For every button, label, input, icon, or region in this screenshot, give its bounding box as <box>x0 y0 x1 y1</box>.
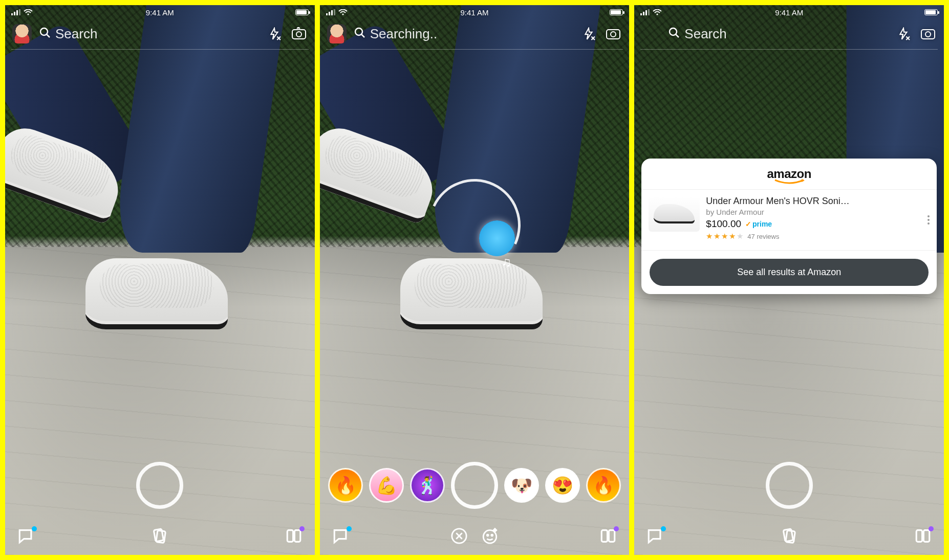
lens-explorer-button[interactable] <box>481 527 499 547</box>
lens-emoji: 😍 <box>552 475 573 496</box>
search-icon <box>668 27 680 41</box>
svg-marker-41 <box>900 28 907 39</box>
status-bar: 9:41 AM <box>320 5 630 19</box>
scan-arc-icon <box>416 166 534 284</box>
search-icon <box>39 27 51 41</box>
reviews-count: 47 reviews <box>747 233 779 240</box>
search-label: Search <box>55 26 97 42</box>
lens-item[interactable]: 🔥 <box>586 468 621 503</box>
search-button[interactable]: Searching.. <box>354 26 573 42</box>
camera-flip-button[interactable] <box>290 25 308 42</box>
flash-toggle[interactable] <box>266 25 283 42</box>
lens-emoji: 🕺 <box>417 475 438 496</box>
stories-tab[interactable] <box>599 527 617 547</box>
status-bar: 9:41 AM <box>5 5 315 19</box>
svg-point-31 <box>491 534 493 536</box>
lens-item[interactable]: 🕺 <box>410 468 445 503</box>
store-name-text: amazon <box>767 167 811 181</box>
stories-tab[interactable] <box>285 527 303 547</box>
chat-tab[interactable] <box>646 527 664 547</box>
bottom-nav <box>634 519 944 555</box>
svg-marker-22 <box>586 28 592 39</box>
status-bar: 9:41 AM <box>634 5 944 19</box>
svg-rect-33 <box>609 530 615 542</box>
capture-button[interactable] <box>451 462 498 509</box>
store-header: amazon <box>641 159 937 189</box>
product-row[interactable]: Under Armour Men's HOVR Soni… by Under A… <box>641 189 937 251</box>
close-lenses-button[interactable] <box>450 527 468 547</box>
bitmoji-avatar[interactable] <box>327 24 347 43</box>
star-icon: ★ <box>706 232 713 241</box>
battery-icon <box>924 9 938 15</box>
lens-emoji: 🔥 <box>335 475 356 496</box>
chat-notification-dot <box>32 526 37 531</box>
search-button[interactable]: Search <box>39 26 258 42</box>
lens-emoji: 💪 <box>376 475 397 496</box>
top-bar: Search <box>5 20 315 47</box>
svg-point-20 <box>355 28 362 35</box>
bottom-nav <box>320 519 630 555</box>
svg-point-30 <box>487 534 488 536</box>
bitmoji-avatar[interactable] <box>12 24 32 43</box>
phone-screen-1: 9:41 AM Search <box>5 5 315 555</box>
stories-notification-dot <box>299 526 305 531</box>
svg-marker-7 <box>271 28 277 39</box>
product-rating: ★ ★ ★ ★ ★ 47 reviews <box>706 232 930 241</box>
svg-rect-48 <box>923 530 929 542</box>
chat-tab[interactable] <box>332 527 350 547</box>
topbar-divider <box>11 49 309 50</box>
status-time: 9:41 AM <box>320 8 630 17</box>
status-time: 9:41 AM <box>634 8 944 17</box>
flash-toggle[interactable] <box>580 25 597 42</box>
lens-carousel[interactable]: 🔥 💪 🕺 🐶 😍 🔥 <box>320 462 630 509</box>
lens-item[interactable]: 🔥 <box>328 468 363 503</box>
amazon-logo: amazon <box>641 167 937 184</box>
phone-screen-3: 9:41 AM Search amazon Under Armo <box>634 5 944 555</box>
svg-rect-32 <box>602 530 608 542</box>
chat-notification-dot <box>661 526 666 531</box>
camera-flip-button[interactable] <box>919 25 937 42</box>
stories-tab[interactable] <box>914 527 932 547</box>
svg-rect-47 <box>916 530 922 542</box>
svg-rect-13 <box>287 530 293 542</box>
chat-tab[interactable] <box>17 527 35 547</box>
memories-tab[interactable] <box>151 527 168 547</box>
svg-rect-14 <box>294 530 300 542</box>
search-button[interactable]: Search <box>668 26 888 42</box>
capture-button[interactable] <box>136 462 183 509</box>
phone-screen-2: 9:41 AM Searching.. ♫ 🔥 💪 🕺 🐶 😍 🔥 <box>320 5 630 555</box>
search-label: Searching.. <box>370 26 438 42</box>
stories-notification-dot <box>614 526 619 531</box>
topbar-divider <box>640 49 938 50</box>
lens-item[interactable]: 😍 <box>545 468 580 503</box>
subject-shoe <box>85 258 228 330</box>
lens-item[interactable]: 💪 <box>369 468 404 503</box>
svg-rect-44 <box>921 30 935 39</box>
lens-emoji: 🔥 <box>593 475 614 496</box>
search-label: Search <box>684 26 726 42</box>
top-bar: Search <box>634 20 944 47</box>
product-title: Under Armour Men's HOVR Soni… <box>706 196 930 207</box>
capture-button[interactable] <box>766 462 813 509</box>
svg-line-6 <box>47 34 50 37</box>
star-icon: ★ <box>721 232 728 241</box>
see-all-results-button[interactable]: See all results at Amazon <box>650 259 929 286</box>
svg-rect-25 <box>607 30 620 39</box>
camera-flip-button[interactable] <box>605 25 622 42</box>
svg-point-5 <box>40 28 48 35</box>
stories-notification-dot <box>929 526 934 531</box>
memories-tab[interactable] <box>781 527 798 547</box>
top-bar: Searching.. <box>320 20 630 47</box>
status-time: 9:41 AM <box>5 8 315 17</box>
battery-icon <box>610 9 623 15</box>
search-icon <box>354 27 366 41</box>
svg-point-39 <box>670 28 677 35</box>
star-icon: ★ <box>729 232 736 241</box>
product-price: $100.00 <box>706 218 741 230</box>
more-options-button[interactable] <box>928 215 930 225</box>
svg-line-21 <box>361 34 364 37</box>
lens-emoji: 🐶 <box>511 475 532 496</box>
lens-item[interactable]: 🐶 <box>504 468 539 503</box>
star-icon: ★ <box>737 232 743 241</box>
flash-toggle[interactable] <box>895 25 912 42</box>
